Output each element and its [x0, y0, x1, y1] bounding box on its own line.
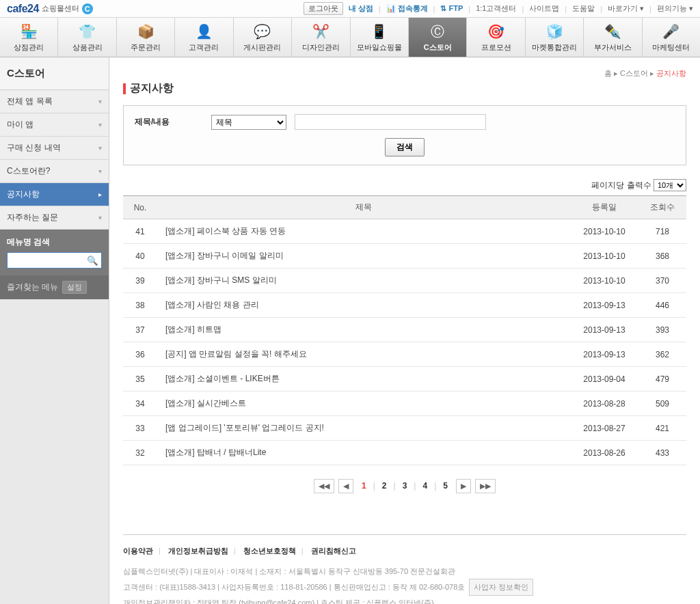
cell-title[interactable]: [앱 업그레이드] '포토리뷰' 업그레이드 공지! [157, 416, 570, 441]
search-button[interactable]: 검색 [385, 138, 425, 156]
cell-views: 370 [638, 269, 686, 293]
sidebar: C스토어 전체 앱 목록▾ 마이 앱▾ 구매 신청 내역▾ C스토어란?▾ 공지… [0, 57, 109, 604]
nav-order[interactable]: 📦주문관리 [117, 18, 175, 57]
cell-views: 433 [638, 441, 686, 465]
cell-date: 2013-09-13 [570, 318, 638, 342]
footer-link-report[interactable]: 권리침해신고 [311, 547, 356, 555]
cell-title[interactable]: [공지] 앱 만료알림 설정을 꼭! 해주세요 [157, 342, 570, 367]
cell-title[interactable]: [앱소개] 장바구니 SMS 알리미 [157, 269, 570, 293]
cell-title[interactable]: [앱소개] 소셜이벤트 - LIKE버튼 [157, 367, 570, 392]
cell-title[interactable]: [앱소개] 실시간베스트 [157, 392, 570, 416]
cell-views: 368 [638, 244, 686, 269]
biz-info-button[interactable]: 사업자 정보확인 [469, 579, 533, 596]
footer: 이용약관| 개인정보취급방침| 청소년보호정책| 권리침해신고 심플렉스인터넷(… [123, 534, 686, 604]
nav-customer[interactable]: 👤고객관리 [175, 18, 233, 57]
help-link[interactable]: 도움말 [572, 3, 595, 14]
cell-no: 37 [123, 318, 157, 342]
cell-title[interactable]: [앱소개] 히트맵 [157, 318, 570, 342]
sidebar-favorites: 즐겨찾는 메뉴 설정 [0, 275, 109, 299]
nav-mobile[interactable]: 📱모바일쇼핑몰 [351, 18, 409, 57]
shop-icon: 🏪 [19, 23, 38, 40]
table-row: 38 [앱소개] 사람인 채용 관리 2013-09-13 446 [123, 293, 686, 318]
footer-link-privacy[interactable]: 개인정보취급방침 [168, 547, 228, 555]
sidebar-title: C스토어 [0, 57, 109, 90]
chevron-right-icon: ▸ [98, 191, 102, 198]
cell-title[interactable]: [앱소개] 사람인 채용 관리 [157, 293, 570, 318]
shortcut-link[interactable]: 바로가기 ▾ [608, 3, 644, 14]
content: 홈 ▸ C스토어 ▸ 공지사항 공지사항 제목/내용 제목 검색 페이지당 출력… [109, 57, 700, 604]
cell-title[interactable]: [앱소개] 장바구니 이메일 알리미 [157, 244, 570, 269]
cell-no: 34 [123, 392, 157, 416]
cell-views: 718 [638, 219, 686, 244]
sidebar-item-my-app[interactable]: 마이 앱▾ [0, 113, 109, 137]
sidebar-item-notice[interactable]: 공지사항▸ [0, 183, 109, 206]
mic-icon: 🎤 [662, 23, 681, 40]
table-row: 36 [공지] 앱 만료알림 설정을 꼭! 해주세요 2013-09-13 36… [123, 342, 686, 367]
page-last-button[interactable]: ▶▶ [475, 479, 496, 493]
cs-link[interactable]: 1:1고객센터 [476, 3, 516, 14]
page-2[interactable]: 2 [378, 479, 391, 493]
cell-views: 421 [638, 416, 686, 441]
footer-link-terms[interactable]: 이용약관 [123, 547, 153, 555]
nav-design[interactable]: ✂️디자인관리 [292, 18, 350, 57]
nav-cstore[interactable]: ⒸC스토어 [409, 18, 467, 57]
nav-addon[interactable]: ✒️부가서비스 [584, 18, 642, 57]
table-row: 32 [앱소개] 탑배너 / 탑배너Lite 2013-08-26 433 [123, 441, 686, 465]
nav-shop[interactable]: 🏪상점관리 [0, 18, 58, 57]
breadcrumb-home[interactable]: 홈 [604, 69, 612, 77]
nav-promotion[interactable]: 🎯프로모션 [467, 18, 525, 57]
sidebar-item-about[interactable]: C스토어란?▾ [0, 160, 109, 183]
my-shop-link[interactable]: 내 상점 [349, 3, 373, 14]
cell-date: 2013-10-10 [570, 244, 638, 269]
cell-date: 2013-09-04 [570, 367, 638, 392]
sidebar-item-purchase[interactable]: 구매 신청 내역▾ [0, 137, 109, 160]
cell-no: 39 [123, 269, 157, 293]
per-page-select[interactable]: 10개 [654, 179, 686, 191]
sidebar-search-label: 메뉴명 검색 [7, 236, 102, 248]
breadcrumb-mid[interactable]: C스토어 [620, 69, 648, 77]
ftp-link[interactable]: ⇅ FTP [440, 4, 463, 13]
sidebar-item-all-apps[interactable]: 전체 앱 목록▾ [0, 90, 109, 113]
logo[interactable]: cafe24 쇼핑몰센터 C [7, 3, 93, 15]
notice-table: No. 제목 등록일 조회수 41 [앱소개] 페이스북 상품 자동 연동 20… [123, 195, 686, 465]
nav-marketing[interactable]: 🎤마케팅센터 [643, 18, 700, 57]
sidebar-search-button[interactable]: 🔍 [83, 253, 101, 268]
sitemap-link[interactable]: 사이트맵 [529, 3, 559, 14]
nav-board[interactable]: 💬게시판관리 [234, 18, 292, 57]
nav-product[interactable]: 👕상품관리 [58, 18, 116, 57]
tools-icon: ✂️ [311, 23, 330, 40]
page-3[interactable]: 3 [399, 479, 412, 493]
cell-date: 2013-09-13 [570, 293, 638, 318]
page-prev-button[interactable]: ◀ [338, 479, 353, 493]
search-type-select[interactable]: 제목 [211, 115, 286, 130]
table-row: 41 [앱소개] 페이스북 상품 자동 연동 2013-10-10 718 [123, 219, 686, 244]
cell-views: 509 [638, 392, 686, 416]
page-1[interactable]: 1 [358, 479, 371, 493]
search-box: 제목/내용 제목 검색 [123, 105, 686, 165]
page-next-button[interactable]: ▶ [456, 479, 471, 493]
sidebar-item-faq[interactable]: 자주하는 질문▾ [0, 206, 109, 230]
cell-no: 33 [123, 416, 157, 441]
cell-date: 2013-10-10 [570, 219, 638, 244]
page-first-button[interactable]: ◀◀ [314, 479, 334, 493]
col-views: 조회수 [638, 196, 686, 219]
page-title: 공지사항 [123, 81, 686, 96]
pen-icon: ✒️ [603, 23, 622, 40]
cell-title[interactable]: [앱소개] 탑배너 / 탑배너Lite [157, 441, 570, 465]
breadcrumb: 홈 ▸ C스토어 ▸ 공지사항 [123, 68, 686, 79]
page-4[interactable]: 4 [418, 479, 431, 493]
sidebar-search-input[interactable] [8, 253, 83, 268]
chevron-down-icon: ▾ [98, 167, 102, 175]
page-5[interactable]: 5 [439, 479, 452, 493]
cell-title[interactable]: [앱소개] 페이스북 상품 자동 연동 [157, 219, 570, 244]
logout-button[interactable]: 로그아웃 [304, 2, 343, 15]
extra-link[interactable]: 편의기능 ▾ [657, 3, 693, 14]
sidebar-fav-set-button[interactable]: 설정 [62, 281, 87, 294]
top-links: 로그아웃 내 상점 | 📊 접속통계 | ⇅ FTP | 1:1고객센터 | 사… [304, 2, 693, 15]
sidebar-search: 메뉴명 검색 🔍 [0, 230, 109, 275]
table-row: 34 [앱소개] 실시간베스트 2013-08-28 509 [123, 392, 686, 416]
stats-link[interactable]: 📊 접속통계 [386, 3, 428, 14]
nav-market[interactable]: 🧊마켓통합관리 [526, 18, 584, 57]
footer-link-youth[interactable]: 청소년보호정책 [243, 547, 296, 555]
search-keyword-input[interactable] [295, 114, 486, 130]
